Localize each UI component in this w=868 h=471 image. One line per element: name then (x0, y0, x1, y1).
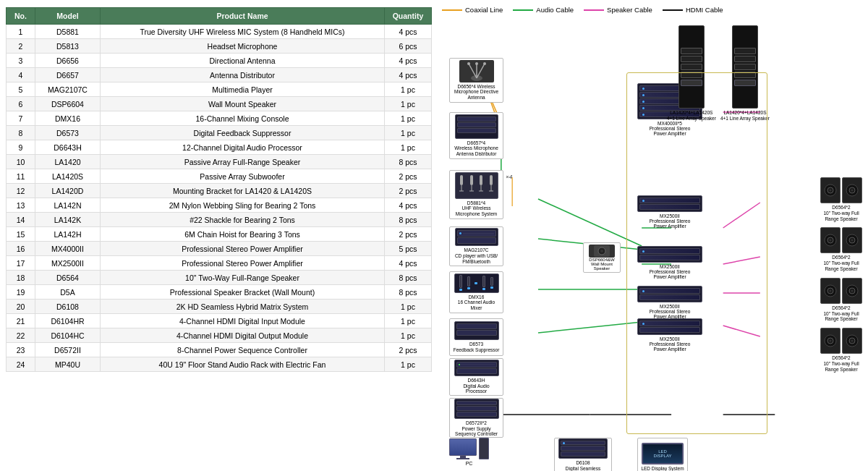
legend-label: Coaxial Line (465, 6, 503, 14)
table-cell: 2 pcs (385, 227, 432, 242)
table-cell: #22 Shackle for Bearing 2 Tons (101, 213, 385, 227)
table-row: 8D6573Digital Feedback Suppressor1 pc (7, 126, 432, 140)
mx2500-2-amp: MX2500IIProfessional StereoPower Amplifi… (637, 246, 702, 279)
led-device: LEDDISPLAY LED Display System (637, 438, 688, 471)
mic-icon-4 (488, 175, 494, 195)
table-cell: 12-Channel Digital Audio Processor (101, 140, 385, 155)
mx2500-3-label: MX2500IIProfessional StereoPower Amplifi… (650, 304, 691, 319)
table-cell: Professional Stereo Power Amplifier (101, 242, 385, 256)
table-cell: 15 (7, 227, 35, 242)
legend-line (513, 9, 533, 11)
line-arrays: LA1420*4+LA1420S4+1 Line Array Speaker L… (667, 25, 770, 122)
wireless-label: D5881*4UHF WirelessMicrophone System (456, 200, 497, 217)
matrix-device: D6108Digital SeamlessMatrix Host (554, 438, 612, 471)
table-row: 24MP40U40U 19" Floor Stand Audio Rack wi… (7, 357, 432, 372)
feedback-device: D6573Feedback Suppressor (449, 318, 503, 356)
speaker-cone-icon-5 (823, 281, 838, 301)
table-cell: DMX16 (35, 111, 101, 126)
mic-icon-2 (469, 175, 475, 195)
ant-dist-label: D6657*4Wireless MicrophoneAntenna Distri… (454, 140, 498, 157)
multimedia-device: MAG2107CCD player with USB/FM/Bluetooth (449, 226, 503, 266)
svg-point-43 (600, 250, 603, 253)
table-cell: D6564 (35, 271, 101, 285)
linearray-right: LA1420*4+LA1420S4+1 Line Array Speaker (720, 25, 770, 122)
svg-line-25 (477, 64, 485, 78)
table-row: 20D61082K HD Seamless Hybrid Matrix Syst… (7, 300, 432, 314)
table-cell: Headset Microphone (101, 39, 385, 54)
powerseq-device: D6572II*2Power SupplySequency Controller (449, 398, 503, 438)
svg-rect-32 (470, 175, 473, 185)
table-cell: 10" Two-Way Full-Range Speaker (101, 271, 385, 285)
table-cell: D5813 (35, 39, 101, 54)
table-cell: 6 pcs (385, 39, 432, 54)
table-cell: 1 pc (385, 328, 432, 343)
table-cell: 1 pc (385, 97, 432, 111)
antenna-label: D6656*4 Wireless Microphone Directive An… (452, 84, 501, 101)
svg-point-63 (830, 289, 832, 292)
d6564-2-label: D6564*210" Two-way FullRange Speaker (823, 255, 859, 271)
wallspk-device: DSP6604&WWall Mount Speaker (583, 242, 621, 273)
legend-label: Audio Cable (536, 6, 574, 14)
table-cell: 11 (7, 169, 35, 184)
table-cell: 21 (7, 314, 35, 328)
table-cell: 1 (7, 25, 35, 39)
table-cell: 4 pcs (385, 68, 432, 82)
ant-dist-device: D6657*4Wireless MicrophoneAntenna Distri… (449, 112, 503, 159)
col-model: Model (35, 8, 101, 25)
table-cell: 2 pcs (385, 169, 432, 184)
table-cell: D6573 (35, 126, 101, 140)
d6564-1-label: D6564*210" Two-way FullRange Speaker (823, 205, 859, 221)
linearray-right-label: LA1420*4+LA1420S4+1 Line Array Speaker (720, 110, 770, 122)
table-cell: True Diversity UHF Wireless MIC System (… (101, 25, 385, 39)
table-cell: LA142K (35, 213, 101, 227)
table-cell: 16 (7, 242, 35, 256)
table-cell: 16-Channel Mixing Console (101, 111, 385, 126)
table-cell: 1 pc (385, 140, 432, 155)
table-row: 7DMX1616-Channel Mixing Console1 pc (7, 111, 432, 126)
table-cell: Professional Stereo Power Amplifier (101, 256, 385, 271)
table-cell: 8-Channel Power Sequence Controller (101, 343, 385, 357)
svg-point-59 (851, 239, 854, 242)
table-row: 19D5AProfessional Speaker Bracket (Wall … (7, 285, 432, 300)
table-cell: 17 (7, 256, 35, 271)
pc-device: PC (449, 438, 489, 466)
table-cell: 2K HD Seamless Hybrid Matrix System (101, 300, 385, 314)
svg-point-26 (467, 62, 470, 65)
table-cell: 1 pc (385, 82, 432, 97)
table-cell: 4 pcs (385, 54, 432, 68)
table-cell: 13 (7, 198, 35, 213)
table-cell: 24 (7, 357, 35, 372)
table-cell: 2 pcs (385, 184, 432, 198)
table-cell: D5A (35, 285, 101, 300)
table-cell: D5881 (35, 25, 101, 39)
table-cell: 8 (7, 126, 35, 140)
speaker-cone-icon-3 (823, 230, 838, 250)
table-cell: D6643H (35, 140, 101, 155)
table-cell: 2M Nylon Webbing Sling for Bearing 2 Ton… (101, 198, 385, 213)
table-row: 3D6656Directional Antenna4 pcs (7, 54, 432, 68)
legend-line (584, 9, 604, 11)
table-row: 23D6572II8-Channel Power Sequence Contro… (7, 343, 432, 357)
wallspk-label: DSP6604&WWall Mount Speaker (586, 258, 618, 271)
table-cell: 4 (7, 68, 35, 82)
table-cell: LA1420 (35, 155, 101, 169)
table-cell: MX4000II (35, 242, 101, 256)
mixer-device: DMX1616 Channel Audio Mixer (449, 271, 503, 313)
table-cell: Professional Speaker Bracket (Wall Mount… (101, 285, 385, 300)
powerseq-label: D6572II*2Power SupplySequency Controller (455, 420, 498, 437)
table-cell: 14 (7, 213, 35, 227)
table-cell: D6108 (35, 300, 101, 314)
table-cell: D6657 (35, 68, 101, 82)
table-row: 17MX2500IIProfessional Stereo Power Ampl… (7, 256, 432, 271)
table-cell: Wall Mount Speaker (101, 97, 385, 111)
col-no: No. (7, 8, 35, 25)
svg-point-47 (830, 190, 832, 192)
table-cell: 5 (7, 82, 35, 97)
dap-label: D6643HDigital Audio Processor (452, 378, 501, 394)
table-cell: 1 pc (385, 357, 432, 372)
table-cell: LA142N (35, 198, 101, 213)
table-cell: 8 pcs (385, 213, 432, 227)
table-row: 11LA1420SPassive Array Subwoofer2 pcs (7, 169, 432, 184)
diagram-body: D6656*4 Wireless Microphone Directive An… (442, 18, 864, 445)
table-cell: DSP6604 (35, 97, 101, 111)
